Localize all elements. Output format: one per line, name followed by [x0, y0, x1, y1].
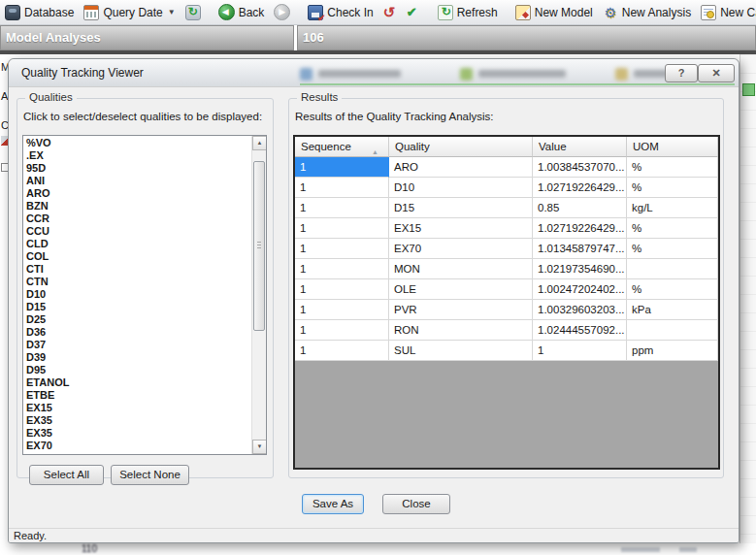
cell-quality[interactable]: D15 [389, 198, 533, 218]
cell-sequence[interactable]: 1 [295, 300, 389, 320]
quality-list-item[interactable]: 95D [23, 162, 250, 175]
column-header-value[interactable]: Value [533, 137, 627, 157]
cell-quality[interactable]: ARO [389, 157, 533, 178]
validate-button[interactable]: ✔ [403, 3, 424, 22]
cell-uom[interactable]: kg/L [627, 198, 718, 218]
table-row[interactable]: 1 EX15 1.02719226429... % [295, 218, 718, 239]
quality-list-item[interactable]: EX35 [23, 427, 250, 440]
select-none-button[interactable]: Select None [111, 465, 189, 485]
undo-checkout-button[interactable]: ↺ [379, 3, 401, 22]
dialog-titlebar[interactable]: Quality Tracking Viewer ? ✕ [9, 59, 739, 87]
quality-list-item[interactable]: CCU [23, 225, 250, 238]
cell-uom[interactable]: % [627, 239, 718, 259]
table-row[interactable]: 1 PVR 1.00329603203... kPa [295, 300, 718, 320]
quality-list-item[interactable]: EX70 [23, 440, 250, 452]
cell-sequence[interactable]: 1 [295, 218, 389, 239]
execute-query-button[interactable] [181, 3, 205, 22]
cell-value[interactable]: 1.00384537070... [533, 157, 627, 178]
quality-list-item[interactable]: D10 [23, 288, 250, 301]
query-date-button[interactable]: Query Date ▼ [80, 3, 179, 22]
quality-list-item[interactable]: D25 [23, 313, 250, 326]
cell-sequence[interactable]: 1 [295, 239, 389, 259]
table-row[interactable]: 1 MON 1.02197354690... [295, 259, 718, 279]
table-row[interactable]: 1 EX70 1.01345879747... % [295, 239, 718, 259]
cell-sequence[interactable]: 1 [295, 341, 389, 361]
cell-quality[interactable]: EX70 [389, 239, 533, 259]
quality-list-item[interactable]: EX15 [23, 402, 250, 414]
cell-sequence[interactable]: 1 [295, 259, 389, 279]
cell-uom[interactable] [627, 320, 718, 341]
column-header-uom[interactable]: UOM [627, 137, 718, 157]
quality-list-item[interactable]: BZN [23, 200, 250, 212]
cell-uom[interactable]: ppm [627, 341, 718, 361]
cell-value[interactable]: 0.85 [533, 198, 627, 218]
back-button[interactable]: Back [214, 2, 269, 22]
close-icon[interactable]: ✕ [698, 64, 735, 82]
cell-quality[interactable]: MON [389, 259, 533, 279]
cell-value[interactable]: 1.00247202402... [533, 279, 627, 300]
cell-uom[interactable]: % [627, 157, 718, 178]
cell-quality[interactable]: SUL [389, 341, 533, 361]
cell-uom[interactable]: % [627, 279, 718, 300]
quality-list-item[interactable]: CCR [23, 212, 250, 225]
quality-list-item[interactable]: CLD [23, 238, 250, 250]
cell-value[interactable]: 1.02719226429... [533, 218, 627, 239]
quality-list-item[interactable]: CTI [23, 263, 250, 276]
cell-sequence[interactable]: 1 [295, 198, 389, 218]
cell-uom[interactable]: % [627, 178, 718, 198]
new-case-button[interactable]: New Case [697, 3, 756, 22]
table-row[interactable]: 1 ARO 1.00384537070... % [295, 157, 718, 178]
select-all-button[interactable]: Select All [29, 465, 104, 485]
column-header-quality[interactable]: Quality [389, 137, 533, 157]
quality-list-item[interactable]: D15 [23, 301, 250, 313]
scrollbar-thumb[interactable] [253, 161, 265, 331]
table-row[interactable]: 1 OLE 1.00247202402... % [295, 279, 718, 300]
table-row[interactable]: 1 D15 0.85 kg/L [295, 198, 718, 218]
table-row[interactable]: 1 RON 1.02444557092... [295, 320, 718, 341]
quality-list-item[interactable]: D39 [23, 351, 250, 364]
quality-list-item[interactable]: D95 [23, 364, 250, 376]
table-row[interactable]: 1 D10 1.02719226429... % [295, 178, 718, 198]
help-button[interactable]: ? [665, 64, 698, 82]
cell-quality[interactable]: RON [389, 320, 533, 341]
check-in-button[interactable]: Check In [304, 3, 377, 22]
cell-quality[interactable]: OLE [389, 279, 533, 300]
new-model-button[interactable]: New Model [511, 3, 597, 22]
scrollbar-up-icon[interactable]: ▲ [252, 136, 267, 150]
column-header-sequence[interactable]: Sequence ▲ [295, 137, 389, 157]
quality-list-item[interactable]: ETANOL [23, 376, 250, 389]
list-scrollbar[interactable]: ▲ ▼ [251, 136, 266, 454]
cell-sequence[interactable]: 1 [295, 178, 389, 198]
scrollbar-down-icon[interactable]: ▼ [252, 440, 267, 454]
cell-value[interactable]: 1.02444557092... [533, 320, 627, 341]
close-button[interactable]: Close [382, 494, 450, 514]
cell-uom[interactable] [627, 259, 718, 279]
quality-list-item[interactable]: ARO [23, 187, 250, 200]
cell-uom[interactable]: kPa [627, 300, 718, 320]
quality-list-item[interactable]: .EX [23, 149, 250, 162]
quality-list-item[interactable]: %VO [23, 137, 250, 149]
cell-quality[interactable]: D10 [389, 178, 533, 198]
qualities-listbox[interactable]: %VO .EX 95D ANI ARO BZN CCR CCU CLD [22, 135, 267, 455]
forward-button[interactable] [270, 2, 294, 22]
new-analysis-button[interactable]: ⚙ New Analysis [599, 3, 695, 22]
save-as-button[interactable]: Save As [302, 494, 364, 514]
cell-quality[interactable]: PVR [389, 300, 533, 320]
quality-list-item[interactable]: COL [23, 250, 250, 263]
cell-sequence[interactable]: 1 [295, 320, 389, 341]
quality-list-item[interactable]: CTN [23, 276, 250, 288]
quality-list-item[interactable]: D37 [23, 339, 250, 351]
cell-sequence[interactable]: 1 [295, 279, 389, 300]
cell-value[interactable]: 1.00329603203... [533, 300, 627, 320]
refresh-button[interactable]: Refresh [434, 3, 502, 22]
quality-list-item[interactable]: EX35 [23, 414, 250, 427]
quality-list-item[interactable]: ANI [23, 175, 250, 187]
cell-uom[interactable]: % [627, 218, 718, 239]
quality-list-item[interactable]: D36 [23, 326, 250, 339]
cell-value[interactable]: 1.02197354690... [533, 259, 627, 279]
quality-list-item[interactable]: ETBE [23, 389, 250, 402]
cell-value[interactable]: 1.01345879747... [533, 239, 627, 259]
database-button[interactable]: Database [1, 3, 78, 22]
cell-value[interactable]: 1 [533, 341, 627, 361]
table-row[interactable]: 1 SUL 1 ppm [295, 341, 718, 361]
